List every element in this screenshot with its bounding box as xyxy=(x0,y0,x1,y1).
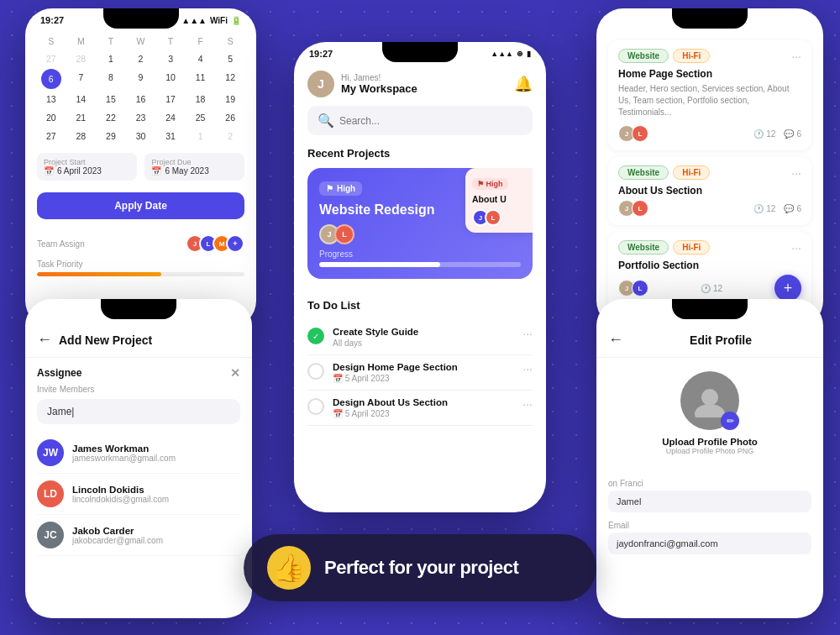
member-item-2[interactable]: LD Lincoln Dokidis lincolndokidis@gmail.… xyxy=(37,474,240,515)
cal-day[interactable]: 22 xyxy=(97,109,125,126)
team-avatars: J L M + xyxy=(186,234,244,253)
team-avatar-plus[interactable]: + xyxy=(226,234,244,253)
task-footer-1: J L 🕐 12 💬 6 xyxy=(618,125,801,142)
cal-day[interactable]: 4 xyxy=(186,50,215,67)
task-footer-3: J L 🕐 12 + xyxy=(618,275,801,302)
back-btn-edit[interactable]: ← xyxy=(608,331,623,349)
name-input[interactable]: Jamel xyxy=(608,491,811,512)
tag-website-1: Website xyxy=(618,49,669,63)
tag-group-2: Website Hi-Fi xyxy=(618,165,710,180)
cal-day[interactable]: 19 xyxy=(216,91,244,108)
cal-day[interactable]: 2 xyxy=(216,128,244,144)
member-info-3: Jakob Carder jakobcarder@gmail.com xyxy=(72,526,163,545)
cal-day[interactable]: 15 xyxy=(97,91,125,108)
search-bar[interactable]: 🔍 xyxy=(307,106,533,135)
invite-label: Invite Members xyxy=(37,385,240,394)
cal-day[interactable]: 1 xyxy=(186,128,215,144)
close-assignee-btn[interactable]: ✕ xyxy=(230,366,240,380)
apply-date-button[interactable]: Apply Date xyxy=(37,192,244,219)
cal-day[interactable]: 30 xyxy=(127,128,155,144)
start-value: 📅 6 April 2023 xyxy=(44,166,130,176)
cal-day[interactable]: 25 xyxy=(186,109,215,126)
notch-add xyxy=(101,299,176,319)
due-value: 📅 6 May 2023 xyxy=(151,166,238,176)
cal-day[interactable]: 27 xyxy=(37,128,66,144)
cal-day[interactable]: 31 xyxy=(156,128,185,144)
cal-day[interactable]: 14 xyxy=(67,91,96,108)
start-date: 6 April 2023 xyxy=(57,166,102,176)
calendar-bottom: Team Assign J L M + Task Priority xyxy=(25,226,256,281)
back-btn-add[interactable]: ← xyxy=(37,331,52,349)
task-more-1[interactable]: ··· xyxy=(791,50,801,63)
cal-day[interactable]: 9 xyxy=(127,69,155,89)
member-name-3: Jakob Carder xyxy=(72,526,163,536)
cal-day[interactable]: 7 xyxy=(67,69,96,89)
day-h-m: M xyxy=(67,34,96,49)
assignee-section: Assignee ✕ Invite Members Jame| JW James… xyxy=(25,358,252,564)
cal-day[interactable]: 10 xyxy=(156,69,185,89)
cal-day[interactable]: 3 xyxy=(156,50,185,67)
cal-day[interactable]: 24 xyxy=(156,109,185,126)
member-name-1: James Workman xyxy=(72,443,176,454)
main-content: J Hi, James! My Workspace 🔔 🔍 Recent Pro… xyxy=(294,60,546,436)
calendar-content: S M T W T F S 27 28 1 2 3 4 5 6 7 8 9 xyxy=(25,27,256,226)
card-badge: ⚑ High xyxy=(319,181,362,196)
todo-item-1: Create Style Guide All days ··· xyxy=(307,320,533,355)
cal-day[interactable]: 12 xyxy=(216,69,244,89)
cal-day[interactable]: 16 xyxy=(127,91,155,108)
banner-emoji: 👍 xyxy=(267,546,311,590)
scene: 19:27 ▲▲▲ WiFi 🔋 S M T W T F S 27 28 1 2 xyxy=(0,0,840,635)
todo-more-2[interactable]: ··· xyxy=(522,362,533,375)
cal-day[interactable]: 2 xyxy=(127,50,155,67)
task-comments-3: 🕐 12 xyxy=(701,284,722,293)
task-avatars-1: J L xyxy=(618,125,648,142)
notch-right xyxy=(672,8,748,29)
flag-icon: ⚑ xyxy=(326,184,333,193)
partial-badge: ⚑ High xyxy=(472,178,508,190)
cal-day-selected[interactable]: 6 xyxy=(41,69,61,89)
cal-day[interactable]: 27 xyxy=(37,50,66,67)
cal-day[interactable]: 17 xyxy=(156,91,185,108)
partial-avatars: J L xyxy=(472,209,533,226)
cal-day[interactable]: 28 xyxy=(67,50,96,67)
todo-check-1[interactable] xyxy=(307,328,324,344)
status-icons-main: ▲▲▲ ⊛ ▮ xyxy=(491,50,531,58)
cal-day[interactable]: 26 xyxy=(216,109,244,126)
profile-image xyxy=(693,384,727,417)
start-label: Project Start xyxy=(44,158,130,166)
search-member-input[interactable]: Jame| xyxy=(37,399,240,424)
task-footer-2: J L 🕐 12 💬 6 xyxy=(618,200,801,217)
form-row-name: on Franci Jamel xyxy=(608,479,811,512)
task-tags-2: Website Hi-Fi ··· xyxy=(618,165,801,180)
signal-icon: ▲▲▲ xyxy=(181,16,207,25)
cal-day[interactable]: 20 xyxy=(37,109,66,126)
todo-check-3[interactable] xyxy=(307,398,324,415)
member-item-3[interactable]: JC Jakob Carder jakobcarder@gmail.com xyxy=(37,515,240,556)
task-more-2[interactable]: ··· xyxy=(791,166,801,180)
card-badge-text: High xyxy=(337,184,355,193)
todo-more-3[interactable]: ··· xyxy=(522,397,533,411)
cal-day[interactable]: 1 xyxy=(97,50,125,67)
priority-label: Task Priority xyxy=(37,260,244,269)
task-more-3[interactable]: ··· xyxy=(791,241,801,255)
cal-day[interactable]: 23 xyxy=(127,109,155,126)
edit-avatar-btn[interactable]: ✏ xyxy=(721,412,739,430)
member-item-1[interactable]: JW James Workman jamesworkman@gmail.com xyxy=(37,433,240,474)
cal-day[interactable]: 18 xyxy=(186,91,215,108)
status-icons-calendar: ▲▲▲ WiFi 🔋 xyxy=(181,16,241,25)
notch-edit xyxy=(672,299,748,319)
cal-day[interactable]: 11 xyxy=(186,69,215,89)
cal-day[interactable]: 8 xyxy=(97,69,125,89)
cal-day[interactable]: 21 xyxy=(67,109,96,126)
todo-check-2[interactable] xyxy=(307,363,324,380)
bell-icon[interactable]: 🔔 xyxy=(514,75,533,93)
search-input[interactable] xyxy=(339,115,522,127)
cal-day[interactable]: 28 xyxy=(67,128,96,144)
cal-day[interactable]: 29 xyxy=(97,128,125,144)
email-input[interactable]: jaydonfranci@gmail.com xyxy=(608,533,811,554)
cal-day[interactable]: 5 xyxy=(216,50,244,67)
add-task-button[interactable]: + xyxy=(774,275,801,302)
task-tags-1: Website Hi-Fi ··· xyxy=(618,49,801,63)
todo-more-1[interactable]: ··· xyxy=(522,327,533,340)
cal-day[interactable]: 13 xyxy=(37,91,66,108)
